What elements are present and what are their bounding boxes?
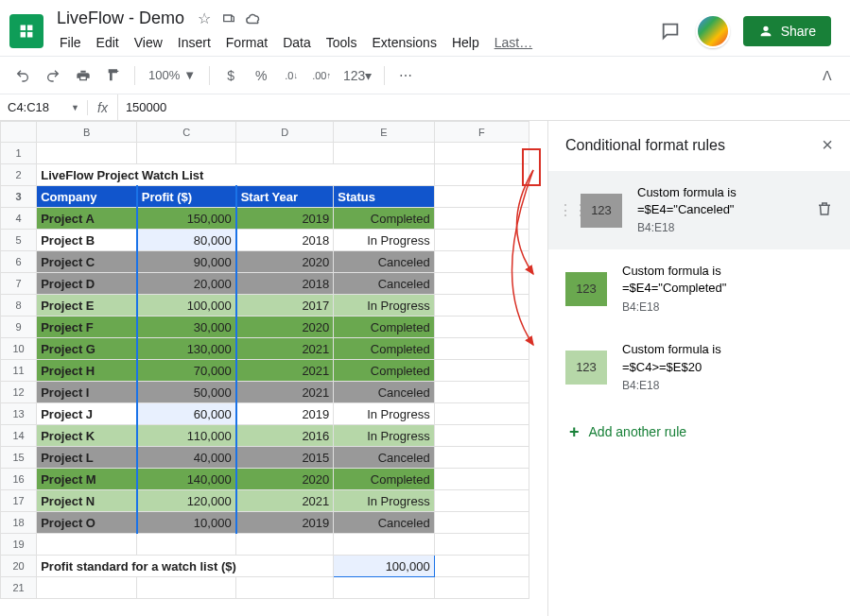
- menu-data[interactable]: Data: [276, 31, 318, 54]
- column-header[interactable]: B: [37, 122, 137, 143]
- cell-year[interactable]: 2020: [236, 317, 334, 338]
- cell-company[interactable]: Project K: [37, 425, 137, 447]
- print-button[interactable]: [70, 62, 96, 89]
- cell-status[interactable]: Canceled: [334, 447, 434, 469]
- name-box[interactable]: C4:C18▼: [0, 100, 87, 114]
- comment-icon[interactable]: [658, 19, 683, 43]
- cell-profit[interactable]: 10,000: [137, 512, 236, 534]
- cell-company[interactable]: Project I: [37, 382, 137, 403]
- cell-status[interactable]: Canceled: [334, 273, 434, 295]
- spreadsheet-grid[interactable]: BCDEF12LiveFlow Project Watch List3Compa…: [0, 121, 547, 616]
- cell-company[interactable]: Project H: [37, 360, 137, 382]
- cell-year[interactable]: 2018: [236, 230, 334, 251]
- cell-year[interactable]: 2016: [236, 425, 334, 447]
- column-header[interactable]: E: [334, 122, 434, 143]
- paint-format-button[interactable]: [100, 62, 127, 89]
- sheets-logo[interactable]: [9, 14, 43, 48]
- cell-status[interactable]: Completed: [334, 360, 434, 382]
- cell-status[interactable]: In Progress: [334, 425, 434, 447]
- menu-insert[interactable]: Insert: [171, 31, 217, 54]
- cell-profit[interactable]: 70,000: [137, 360, 236, 382]
- column-header[interactable]: D: [236, 122, 334, 143]
- zoom-select[interactable]: 100% ▼: [143, 68, 201, 82]
- menu-help[interactable]: Help: [445, 31, 486, 54]
- header-year[interactable]: Start Year: [236, 186, 334, 208]
- cell-year[interactable]: 2019: [236, 403, 334, 425]
- more-formats-button[interactable]: 123 ▾: [338, 62, 376, 89]
- cell-profit[interactable]: 140,000: [137, 469, 236, 490]
- cell-status[interactable]: Canceled: [334, 512, 434, 534]
- cell-company[interactable]: Project A: [37, 208, 137, 230]
- cell-company[interactable]: Project O: [37, 512, 137, 534]
- cell-status[interactable]: Completed: [334, 208, 434, 230]
- more-tools-button[interactable]: ⋯: [392, 62, 419, 89]
- cell-status[interactable]: In Progress: [334, 403, 434, 425]
- menu-edit[interactable]: Edit: [90, 31, 126, 54]
- cell-profit[interactable]: 50,000: [137, 382, 236, 403]
- cell-status[interactable]: Canceled: [334, 382, 434, 403]
- header-status[interactable]: Status: [334, 186, 434, 208]
- menu-tools[interactable]: Tools: [320, 31, 364, 54]
- cell-profit[interactable]: 90,000: [137, 251, 236, 273]
- cell-profit[interactable]: 130,000: [137, 338, 236, 360]
- drag-handle-icon[interactable]: ⋮⋮: [558, 201, 565, 219]
- menu-view[interactable]: View: [128, 31, 169, 54]
- cell-company[interactable]: Project J: [37, 403, 137, 425]
- increase-decimal-button[interactable]: .00↑: [308, 62, 335, 89]
- cell-year[interactable]: 2021: [236, 382, 334, 403]
- cell-status[interactable]: In Progress: [334, 230, 434, 251]
- menu-extensions[interactable]: Extensions: [365, 31, 442, 54]
- cell-year[interactable]: 2020: [236, 469, 334, 490]
- cell-company[interactable]: Project B: [37, 230, 137, 251]
- formula-input[interactable]: 150000: [117, 94, 850, 120]
- column-header[interactable]: C: [137, 122, 236, 143]
- cell-year[interactable]: 2017: [236, 295, 334, 317]
- cell-status[interactable]: In Progress: [334, 490, 434, 512]
- menu-format[interactable]: Format: [219, 31, 274, 54]
- cell-company[interactable]: Project G: [37, 338, 137, 360]
- collapse-toolbar-button[interactable]: ᐱ: [814, 62, 841, 89]
- footer-label[interactable]: Profit standard for a watch list ($): [37, 556, 334, 577]
- percent-button[interactable]: %: [248, 62, 274, 89]
- cell-profit[interactable]: 30,000: [137, 317, 236, 338]
- cell-status[interactable]: Completed: [334, 469, 434, 490]
- cell-profit[interactable]: 60,000: [137, 403, 236, 425]
- currency-button[interactable]: $: [217, 62, 244, 89]
- add-rule-button[interactable]: + Add another rule: [548, 407, 850, 457]
- redo-button[interactable]: [40, 62, 66, 89]
- format-rule-1[interactable]: 123Custom formula is=$E4="Completed"B4:E…: [548, 249, 850, 328]
- star-icon[interactable]: ☆: [196, 10, 213, 27]
- cell-year[interactable]: 2015: [236, 447, 334, 469]
- cell-status[interactable]: Canceled: [334, 251, 434, 273]
- cell-company[interactable]: Project F: [37, 317, 137, 338]
- format-rule-0[interactable]: ⋮⋮123Custom formula is=$E4="Canceled"B4:…: [548, 171, 850, 249]
- cell-profit[interactable]: 20,000: [137, 273, 236, 295]
- cell-year[interactable]: 2021: [236, 338, 334, 360]
- cell-company[interactable]: Project M: [37, 469, 137, 490]
- cell-year[interactable]: 2019: [236, 208, 334, 230]
- cell-status[interactable]: Completed: [334, 338, 434, 360]
- sheet-title[interactable]: LiveFlow Project Watch List: [37, 164, 434, 186]
- cell-status[interactable]: Completed: [334, 317, 434, 338]
- cell-profit[interactable]: 40,000: [137, 447, 236, 469]
- cell-profit[interactable]: 110,000: [137, 425, 236, 447]
- cell-company[interactable]: Project N: [37, 490, 137, 512]
- last-edit[interactable]: Last…: [488, 31, 539, 54]
- cell-company[interactable]: Project L: [37, 447, 137, 469]
- cell-company[interactable]: Project E: [37, 295, 137, 317]
- cell-profit[interactable]: 100,000: [137, 295, 236, 317]
- document-title[interactable]: LiveFlow - Demo: [53, 8, 188, 29]
- footer-value[interactable]: 100,000: [334, 556, 434, 577]
- cell-year[interactable]: 2021: [236, 360, 334, 382]
- cloud-icon[interactable]: [245, 10, 262, 27]
- share-button[interactable]: Share: [743, 16, 831, 46]
- menu-file[interactable]: File: [53, 31, 88, 54]
- cell-status[interactable]: In Progress: [334, 295, 434, 317]
- decrease-decimal-button[interactable]: .0↓: [278, 62, 304, 89]
- format-rule-2[interactable]: 123Custom formula is=$C4>=$E$20B4:E18: [548, 328, 850, 406]
- move-icon[interactable]: [220, 10, 237, 27]
- cell-profit[interactable]: 80,000: [137, 230, 236, 251]
- undo-button[interactable]: [9, 62, 36, 89]
- cell-company[interactable]: Project C: [37, 251, 137, 273]
- cell-year[interactable]: 2021: [236, 490, 334, 512]
